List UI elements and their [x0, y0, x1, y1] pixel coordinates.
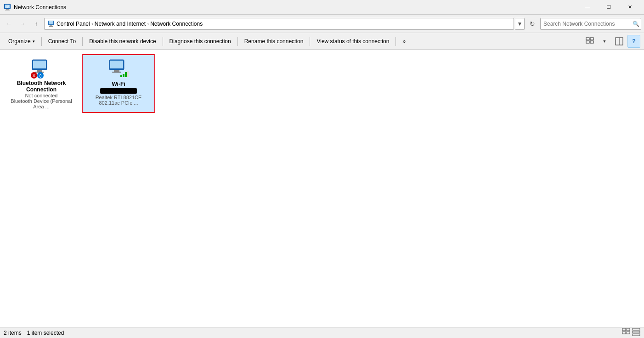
bluetooth-icon-container: ✕ ₿ [30, 58, 52, 80]
main-content: ✕ ₿ Bluetooth Network Connection Not con… [0, 50, 644, 327]
restore-button[interactable]: ☐ [598, 0, 619, 15]
toolbar: Organize ▾ Connect To Disable this netwo… [0, 33, 644, 50]
item-count: 2 items [4, 330, 22, 336]
app-icon [4, 4, 11, 11]
svg-rect-11 [586, 38, 589, 40]
view-dropdown-button[interactable]: ▼ [598, 35, 611, 48]
wifi-ssid-blur [100, 88, 137, 94]
toolbar-right: ▼ ? [583, 35, 640, 48]
svg-rect-38 [633, 331, 640, 333]
bluetooth-status: Not connected [25, 93, 58, 98]
status-view-btn1[interactable] [622, 328, 630, 338]
status-view-btn2[interactable] [632, 328, 640, 338]
svg-rect-19 [37, 70, 42, 72]
wifi-icon-container [107, 59, 130, 81]
window-title: Network Connections [14, 4, 577, 11]
breadcrumb-cp: Control Panel [56, 21, 90, 27]
wifi-name: Wi-Fi [112, 81, 125, 87]
preview-pane-button[interactable] [613, 35, 626, 48]
minimize-button[interactable]: — [577, 0, 598, 15]
toolbar-sep6 [395, 37, 396, 46]
sep1: › [91, 21, 93, 27]
svg-rect-33 [622, 328, 626, 331]
wifi-adapter: Realtek RTL8821CE 802.11ac PCIe ... [86, 95, 151, 106]
toolbar-sep3 [163, 37, 163, 46]
connect-to-button[interactable]: Connect To [44, 35, 81, 48]
bluetooth-adapter: Bluetooth Device (Personal Area ... [8, 98, 74, 109]
svg-rect-32 [127, 71, 129, 77]
svg-rect-18 [33, 61, 46, 68]
svg-rect-36 [627, 332, 630, 334]
svg-rect-35 [622, 332, 626, 334]
status-bar-right [622, 328, 640, 338]
svg-rect-14 [590, 41, 593, 43]
back-button[interactable]: ← [3, 18, 15, 30]
toolbar-sep5 [310, 37, 310, 46]
refresh-button[interactable]: ↻ [526, 18, 538, 30]
diagnose-button[interactable]: Diagnose this connection [165, 35, 236, 48]
disable-network-button[interactable]: Disable this network device [85, 35, 160, 48]
svg-rect-31 [125, 72, 127, 77]
svg-rect-12 [590, 38, 593, 40]
search-wrapper: 🔍 [540, 18, 641, 30]
more-button[interactable]: » [398, 35, 410, 48]
view-status-button[interactable]: View status of this connection [312, 35, 394, 48]
svg-rect-37 [633, 328, 640, 330]
svg-rect-28 [112, 72, 121, 73]
svg-rect-2 [6, 9, 9, 10]
svg-rect-13 [586, 41, 589, 43]
close-button[interactable]: ✕ [619, 0, 640, 15]
svg-rect-39 [633, 334, 640, 336]
breadcrumb-nc: Network Connections [150, 21, 203, 27]
svg-rect-26 [110, 61, 123, 68]
title-bar: Network Connections — ☐ ✕ [0, 0, 644, 15]
bluetooth-name: Bluetooth Network Connection [8, 80, 74, 93]
address-path[interactable]: Control Panel › Network and Internet › N… [44, 18, 514, 30]
svg-rect-3 [5, 10, 10, 11]
window-controls: — ☐ ✕ [577, 0, 640, 15]
svg-rect-9 [50, 25, 52, 26]
rename-button[interactable]: Rename this connection [240, 35, 308, 48]
svg-rect-10 [49, 26, 53, 27]
address-bar: ← → ↑ Control Panel › Network and Intern… [0, 15, 644, 33]
search-input[interactable] [540, 18, 641, 30]
selected-count: 1 item selected [27, 330, 64, 336]
svg-rect-29 [120, 75, 122, 77]
wifi-connection-item[interactable]: Wi-Fi Realtek RTL8821CE 802.11ac PCIe ..… [82, 54, 155, 113]
svg-text:✕: ✕ [32, 73, 36, 78]
organize-button[interactable]: Organize ▾ [4, 35, 40, 48]
svg-rect-27 [114, 70, 119, 72]
status-bar: 2 items 1 item selected [0, 327, 644, 338]
toolbar-sep4 [237, 37, 238, 46]
up-button[interactable]: ↑ [30, 18, 42, 30]
search-icon: 🔍 [633, 21, 639, 27]
svg-rect-8 [49, 21, 53, 24]
svg-rect-34 [627, 328, 630, 331]
toolbar-sep2 [82, 37, 83, 46]
toolbar-sep1 [41, 37, 42, 46]
sep2: › [147, 21, 149, 27]
breadcrumb-ni: Network and Internet [95, 21, 146, 27]
view-options-button[interactable] [583, 35, 596, 48]
help-button[interactable]: ? [627, 35, 640, 48]
address-dropdown[interactable]: ▼ [515, 18, 525, 30]
content-area: ✕ ₿ Bluetooth Network Connection Not con… [0, 50, 644, 327]
forward-button[interactable]: → [17, 18, 28, 30]
bluetooth-connection-item[interactable]: ✕ ₿ Bluetooth Network Connection Not con… [5, 54, 78, 113]
svg-rect-30 [123, 74, 124, 77]
